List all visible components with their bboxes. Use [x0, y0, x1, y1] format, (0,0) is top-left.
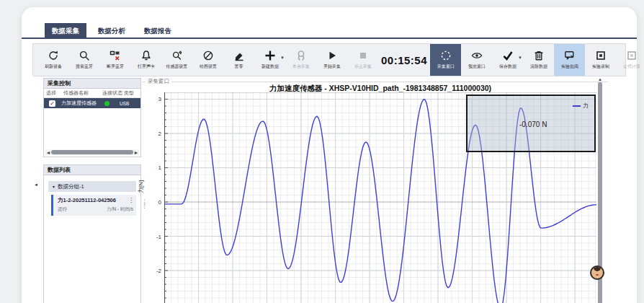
toolbar-label: 停止采集: [354, 63, 372, 69]
toolbar-disconnect-bluetooth-button[interactable]: 断开蓝牙: [99, 44, 130, 76]
sensor-row[interactable]: ✓ 力加速度传感器 USB: [44, 98, 140, 108]
legend-line-swatch: [573, 105, 581, 107]
dropdown-caret-icon[interactable]: ▼: [518, 56, 522, 60]
toolbar-label: 打开声卡: [138, 63, 155, 69]
y-tick-label: 2: [146, 131, 161, 137]
scroll-left-icon[interactable]: ◄: [45, 150, 51, 155]
toolbar-single-point-button[interactable]: 单点采集: [285, 44, 316, 76]
toolbar-label: 断开蓝牙: [107, 63, 124, 69]
y-tick-label: -1: [146, 234, 161, 240]
bt-disc-icon: [109, 50, 121, 61]
stop-icon: [357, 50, 369, 61]
dropdown-caret-icon[interactable]: ▼: [280, 56, 285, 60]
data-item-title: 力1-2-20251112-042506: [58, 197, 133, 204]
toolbar-start-capture-button[interactable]: 开始采集: [316, 44, 347, 76]
toolbar-capture-window-button[interactable]: 采集窗口: [430, 44, 461, 76]
toolbar-label: 传感器设置: [166, 63, 188, 69]
toolbar-label: 绘图设置: [200, 63, 217, 69]
toolbar-label: 搜索蓝牙: [76, 63, 93, 69]
sensor-table-header: 选择 传感器名称 连接状态 类型: [44, 89, 140, 98]
data-item[interactable]: 力1-2-20251112-042506 ⋮ 运行 力/N - 时间/s: [51, 195, 136, 216]
capture-control-panel: 采集控制 选择 传感器名称 连接状态 类型 ✓ 力加速度传感器 USB ◄ ►: [43, 78, 141, 157]
tab-bar: 数据采集 数据分析 数据报告: [22, 23, 637, 39]
record-icon: [595, 50, 607, 61]
toolbar-stop-capture-button[interactable]: 停止采集: [347, 44, 378, 76]
annotate-icon: [564, 50, 576, 61]
toolbar-search-bluetooth-button[interactable]: 搜索蓝牙: [68, 44, 99, 76]
toolbar-label: 实验录制: [592, 63, 609, 69]
formula-icon: [626, 50, 638, 61]
trash-icon: [533, 50, 545, 61]
play-icon: [326, 50, 338, 61]
data-list-title: 数据列表: [44, 165, 140, 175]
toolbar-label: 刷新设备: [45, 63, 62, 69]
toolbar-label: 清除数据: [530, 63, 547, 69]
tab-data-analysis[interactable]: 数据分析: [91, 23, 133, 39]
horizontal-scrollbar[interactable]: ◄ ►: [45, 149, 139, 155]
scroll-right-icon[interactable]: ►: [133, 150, 139, 155]
y-tick-label: 1: [146, 164, 161, 171]
avatar-hair: [594, 266, 601, 271]
sensor-icon: [171, 50, 183, 61]
toolbar: 刷新设备搜索蓝牙断开蓝牙打开声卡传感器设置绘图设置置零新建数据▼单点采集开始采集…: [32, 43, 626, 76]
toolbar-open-soundcard-button[interactable]: 打开声卡: [130, 44, 161, 76]
y-tick-label: 0: [146, 199, 161, 206]
dashcircle-icon: [440, 50, 452, 61]
force-reading-annotation: -0.070 N: [519, 120, 547, 128]
toolbar-refresh-device-button[interactable]: 刷新设备: [37, 44, 68, 76]
kebab-menu-icon[interactable]: ⋮: [128, 197, 134, 203]
toolbar-label: 置零: [235, 63, 243, 69]
sensor-type: USB: [120, 101, 129, 106]
col-select: 选择: [46, 89, 63, 97]
data-group-label: 数据分组-1: [58, 183, 84, 190]
sidebar-collapse-icon[interactable]: ◄: [34, 183, 40, 188]
avatar-mouth: [596, 274, 599, 276]
sensor-checkbox[interactable]: ✓: [49, 100, 55, 107]
toolbar-experiment-record-button[interactable]: 实验录制: [585, 44, 616, 76]
toolbar-plot-settings-button[interactable]: 绘图设置: [192, 44, 223, 76]
selection-rectangle[interactable]: -0.070 N 力: [466, 95, 596, 152]
col-status: 连接状态: [102, 89, 124, 97]
app-window: 数据采集 数据分析 数据报告 刷新设备搜索蓝牙断开蓝牙打开声卡传感器设置绘图设置…: [22, 7, 637, 303]
toolbar-label: 保存数据: [499, 63, 516, 69]
tab-data-report[interactable]: 数据报告: [137, 23, 179, 39]
plotset-icon: [202, 50, 214, 61]
tab-data-capture[interactable]: 数据采集: [45, 23, 86, 39]
data-item-status: 运行: [58, 206, 67, 213]
y-tick-label: 3: [146, 96, 161, 102]
data-item-axes: 力/N - 时间/s: [107, 206, 133, 213]
y-tick-label: -2: [146, 268, 161, 274]
y-axis-label: 力[N]: [137, 180, 145, 193]
data-list-panel: 数据列表 ▾数据分组-1 力1-2-20251112-042506 ⋮ 运行 力…: [43, 164, 141, 303]
status-dot: [104, 101, 109, 106]
zero-icon: [233, 50, 245, 61]
toolbar-sensor-settings-button[interactable]: 传感器设置: [161, 44, 192, 76]
toolbar-label: 公式计算: [623, 63, 640, 69]
plus-icon: [264, 50, 276, 61]
chart-groupbox-border: [143, 82, 608, 82]
toolbar-label: 预览窗口: [468, 63, 486, 69]
toolbar-save-data-button[interactable]: 保存数据▼: [492, 44, 523, 76]
chevron-down-icon: ▾: [53, 185, 55, 189]
search-icon: [79, 50, 90, 61]
assistant-avatar[interactable]: [590, 265, 604, 280]
toolbar-label: 单点采集: [292, 63, 310, 69]
legend-series-label: 力: [583, 102, 589, 110]
capture-control-title: 采集控制: [44, 79, 140, 89]
toolbar-new-data-button[interactable]: 新建数据▼: [254, 44, 285, 76]
bell-icon: [140, 50, 152, 61]
refresh-icon: [48, 50, 59, 61]
toolbar-label: 实验批阅: [561, 63, 578, 69]
toolbar-zero-button[interactable]: 置零: [223, 44, 254, 76]
toolbar-formula-calc-button[interactable]: 公式计算: [616, 44, 644, 76]
toolbar-clear-data-button[interactable]: 清除数据: [523, 44, 554, 76]
toolbar-label: 新建数据: [261, 63, 279, 69]
scrollbar-thumb[interactable]: [51, 150, 133, 154]
toolbar-preview-window-button[interactable]: 预览窗口: [461, 44, 492, 76]
toolbar-experiment-annotate-button[interactable]: 实验批阅: [554, 44, 585, 76]
capture-timer: 00:15:54: [378, 44, 430, 76]
scroll-up-icon[interactable]: ▲: [598, 77, 602, 82]
data-group-row[interactable]: ▾数据分组-1: [48, 181, 136, 192]
chart-legend: 力: [573, 102, 589, 110]
toolbar-label: 开始采集: [323, 63, 341, 69]
